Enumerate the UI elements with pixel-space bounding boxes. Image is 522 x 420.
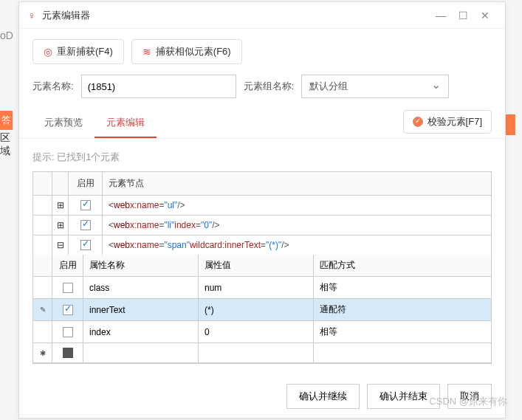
tab-edit[interactable]: 元素编辑	[95, 109, 157, 138]
node-row[interactable]: ⊞<web x:name="ul" />	[33, 196, 491, 216]
attr-row[interactable]: index0相等	[33, 321, 491, 343]
titlebar: ♀ 元素编辑器 — ☐ ✕	[19, 2, 505, 29]
attr-row[interactable]: classnum相等	[33, 277, 491, 299]
footer: 确认并继续 确认并结束 取消	[286, 384, 492, 409]
attr-col-match: 匹配方式	[314, 255, 491, 276]
confirm-end-button[interactable]: 确认并结束	[367, 384, 440, 409]
maximize-button[interactable]: ☐	[452, 10, 474, 21]
app-icon: ♀	[28, 10, 36, 21]
attr-name: innerText	[83, 299, 199, 320]
validate-label: 校验元素[F7]	[427, 115, 482, 128]
found-hint: 提示: 已找到1个元素	[32, 146, 492, 171]
expand-toggle[interactable]: ⊟	[52, 235, 69, 255]
new-row-checkbox[interactable]	[63, 348, 73, 358]
tab-preview[interactable]: 元素预览	[32, 109, 95, 138]
layers-icon: ≋	[142, 46, 151, 58]
node-grid: 启用 元素节点 ⊞<web x:name="ul" />⊞<web x:name…	[32, 171, 492, 364]
attr-enable-checkbox[interactable]	[63, 305, 73, 315]
recapture-button[interactable]: ◎ 重新捕获(F4)	[32, 39, 124, 64]
element-group-select[interactable]: 默认分组	[301, 75, 449, 98]
attr-new-row[interactable]: ✱	[33, 343, 491, 363]
attr-match: 相等	[314, 321, 491, 342]
col-enable: 启用	[69, 172, 103, 195]
new-row-icon: ✱	[40, 349, 46, 357]
attr-col-name: 属性名称	[83, 255, 199, 276]
bg-left-hint: oD	[0, 30, 13, 41]
recapture-label: 重新捕获(F4)	[57, 45, 113, 58]
element-group-label: 元素组名称:	[244, 80, 295, 93]
node-row[interactable]: ⊟<web x:name="span" wildcard:innerText="…	[33, 235, 491, 255]
attr-value: (*)	[199, 299, 314, 320]
attr-grid-header: 启用 属性名称 属性值 匹配方式	[33, 255, 491, 277]
confirm-continue-button[interactable]: 确认并继续	[286, 384, 360, 409]
element-name-input[interactable]	[81, 75, 236, 98]
bg-tag-area: 区域	[0, 131, 15, 158]
attr-enable-checkbox[interactable]	[63, 327, 73, 337]
toolbar: ◎ 重新捕获(F4) ≋ 捕获相似元素(F6)	[19, 29, 505, 75]
attr-name: class	[83, 277, 199, 298]
attr-match: 相等	[314, 277, 491, 298]
row-gutter	[33, 216, 52, 235]
node-xml: <web x:name="ul" />	[103, 196, 491, 215]
expand-toggle[interactable]: ⊞	[52, 216, 69, 235]
enable-checkbox[interactable]	[80, 240, 91, 250]
element-editor-dialog: ♀ 元素编辑器 — ☐ ✕ ◎ 重新捕获(F4) ≋ 捕获相似元素(F6) 元素…	[18, 1, 506, 419]
element-name-label: 元素名称:	[32, 80, 74, 93]
node-xml: <web x:name="li" index="0" />	[103, 216, 491, 235]
bg-left-strip: 答 区域	[0, 111, 15, 158]
enable-checkbox[interactable]	[80, 200, 91, 210]
enable-checkbox[interactable]	[80, 220, 91, 230]
cancel-button[interactable]: 取消	[447, 384, 492, 409]
attr-col-value: 属性值	[199, 255, 314, 276]
capture-similar-label: 捕获相似元素(F6)	[156, 45, 231, 58]
target-icon: ◎	[44, 46, 52, 58]
row-gutter	[33, 235, 52, 255]
row-gutter	[33, 196, 52, 215]
col-node: 元素节点	[103, 172, 491, 195]
close-button[interactable]: ✕	[474, 10, 496, 21]
attr-value: num	[199, 277, 314, 298]
node-grid-header: 启用 元素节点	[33, 172, 491, 196]
node-xml: <web x:name="span" wildcard:innerText="(…	[103, 235, 491, 255]
validate-element-button[interactable]: 校验元素[F7]	[403, 110, 492, 134]
attr-enable-checkbox[interactable]	[63, 283, 73, 293]
expand-toggle[interactable]: ⊞	[52, 196, 69, 215]
node-row[interactable]: ⊞<web x:name="li" index="0" />	[33, 216, 491, 235]
check-circle-icon	[413, 117, 423, 127]
window-title: 元素编辑器	[42, 9, 430, 22]
attr-col-enable: 启用	[52, 255, 83, 276]
pencil-icon: ✎	[40, 306, 46, 314]
bg-tag-answer: 答	[0, 111, 13, 130]
attr-value: 0	[199, 321, 314, 342]
tabs: 元素预览 元素编辑 校验元素[F7]	[19, 109, 505, 139]
edit-panel: 提示: 已找到1个元素 启用 元素节点 ⊞<web x:name="ul" />…	[19, 139, 505, 377]
form-row: 元素名称: 元素组名称: 默认分组	[19, 75, 505, 109]
attr-name: index	[83, 321, 199, 342]
capture-similar-button[interactable]: ≋ 捕获相似元素(F6)	[131, 39, 242, 64]
element-group-value: 默认分组	[309, 80, 348, 93]
minimize-button[interactable]: —	[430, 10, 452, 21]
attr-row[interactable]: ✎innerText(*)通配符	[33, 299, 491, 321]
attr-match: 通配符	[314, 299, 491, 320]
